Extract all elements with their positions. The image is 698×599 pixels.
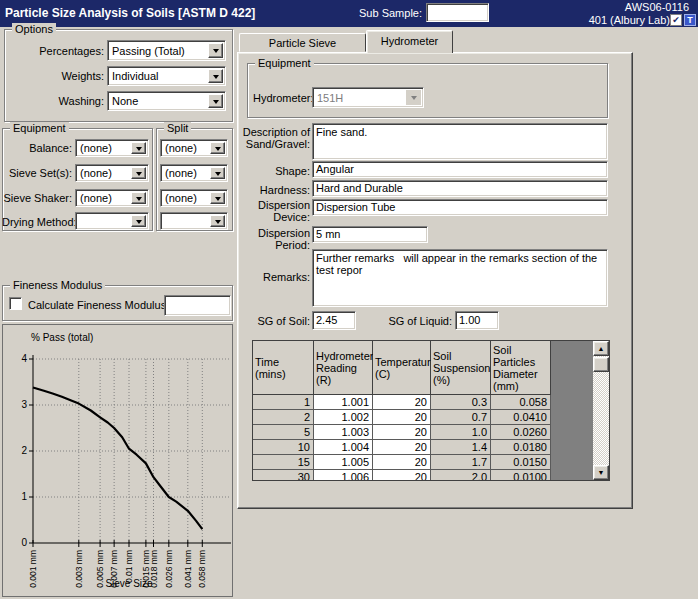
- dispersion-device-field[interactable]: Dispersion Tube: [312, 199, 608, 216]
- scroll-up-icon[interactable]: ▲: [593, 341, 609, 356]
- remarks-label: Remarks:: [238, 271, 310, 283]
- sieve-sets-combo[interactable]: (none): [75, 164, 149, 182]
- sieve-shaker-split-combo[interactable]: (none): [160, 189, 228, 207]
- sg-soil-field[interactable]: 2.45: [312, 311, 356, 330]
- tab-particle-sieve-distribution[interactable]: Particle Sieve Distribution: [239, 33, 366, 52]
- column-header: Temperature (C): [373, 341, 431, 395]
- scrollbar-thumb[interactable]: [593, 357, 609, 372]
- table-cell: 5: [253, 425, 314, 440]
- washing-combo[interactable]: None: [107, 91, 226, 111]
- table-cell[interactable]: 20: [373, 455, 431, 470]
- table-cell: 30: [253, 470, 314, 481]
- dispersion-period-label: Dispersion Period:: [238, 227, 310, 251]
- sieve-sets-label: Sieve Set(s):: [2, 167, 72, 179]
- dropdown-arrow-icon: [406, 90, 421, 105]
- table-cell: 0.0150: [491, 455, 551, 470]
- washing-value: None: [112, 95, 138, 107]
- sg-soil-label: SG of Soil:: [238, 315, 310, 327]
- hydrometer-combo[interactable]: 151H: [312, 87, 424, 108]
- sieve-shaker-combo[interactable]: (none): [75, 189, 149, 207]
- svg-text:4: 4: [21, 353, 27, 364]
- table-row: 101.004201.40.0180: [253, 440, 609, 455]
- column-header: Hydrometer Reading (R): [314, 341, 373, 395]
- table-cell: 1.0: [431, 425, 491, 440]
- table-cell[interactable]: 20: [373, 410, 431, 425]
- table-cell[interactable]: 1.003: [314, 425, 373, 440]
- dropdown-arrow-icon[interactable]: [208, 43, 223, 58]
- table-cell[interactable]: 1.004: [314, 440, 373, 455]
- sub-sample-input[interactable]: [426, 3, 489, 22]
- hydrometer-label: Hydrometer:: [253, 92, 314, 104]
- sample-id: AWS06-0116: [625, 1, 689, 13]
- text-tool-icon[interactable]: T: [684, 14, 696, 26]
- dropdown-arrow-icon[interactable]: [208, 69, 223, 83]
- dropdown-arrow-icon[interactable]: [131, 142, 146, 154]
- weights-combo[interactable]: Individual: [107, 66, 226, 86]
- dropdown-arrow-icon[interactable]: [131, 192, 146, 204]
- hardness-label: Hardness:: [238, 184, 310, 196]
- sg-liquid-field[interactable]: 1.00: [455, 311, 499, 330]
- hydro-table-rows: 11.001200.30.05821.002200.70.041051.0032…: [253, 395, 609, 481]
- table-cell[interactable]: 1.001: [314, 395, 373, 410]
- equipment-group-label: Equipment: [10, 122, 69, 135]
- hydrometer-readings-table: Time (mins)Hydrometer Reading (R)Tempera…: [252, 340, 610, 481]
- dropdown-arrow-icon[interactable]: [131, 215, 146, 227]
- dropdown-arrow-icon[interactable]: [208, 94, 223, 108]
- svg-text:1: 1: [21, 491, 27, 502]
- table-cell[interactable]: 20: [373, 440, 431, 455]
- hydro-equipment-group: Equipment: [247, 63, 608, 118]
- hydrometer-value: 151H: [317, 92, 343, 104]
- dispersion-device-label: Dispersion Device:: [238, 199, 310, 223]
- table-row: 151.005201.70.0150: [253, 455, 609, 470]
- drying-method-combo[interactable]: [75, 212, 149, 230]
- table-cell: 0.7: [431, 410, 491, 425]
- table-scrollbar[interactable]: ▲ ▼: [593, 341, 609, 480]
- table-cell[interactable]: 20: [373, 395, 431, 410]
- checkmark-icon[interactable]: ✔: [670, 14, 682, 26]
- percentages-combo[interactable]: Passing (Total): [107, 40, 226, 61]
- table-cell: 0.058: [491, 395, 551, 410]
- dropdown-arrow-icon[interactable]: [210, 192, 225, 204]
- dropdown-arrow-icon[interactable]: [131, 167, 146, 179]
- dropdown-arrow-icon[interactable]: [210, 142, 225, 154]
- table-cell[interactable]: 1.002: [314, 410, 373, 425]
- options-group-label: Options: [12, 23, 56, 36]
- dropdown-arrow-icon[interactable]: [210, 215, 225, 227]
- dispersion-period-field[interactable]: 5 mn: [312, 226, 428, 243]
- sieve-shaker-value: (none): [80, 192, 112, 204]
- balance-split-combo[interactable]: (none): [160, 139, 228, 157]
- column-header: Soil Particles Diameter (mm): [491, 341, 551, 395]
- sieve-shaker-label: Sieve Shaker:: [2, 192, 72, 204]
- lab-name: 401 (Albury Lab): [589, 14, 670, 26]
- tab-hydrometer[interactable]: Hydrometer: [366, 30, 453, 53]
- dropdown-arrow-icon[interactable]: [210, 167, 225, 179]
- drying-method-split-combo[interactable]: [160, 212, 228, 230]
- drying-method-label: Drying Method:: [2, 216, 72, 228]
- table-cell: 10: [253, 440, 314, 455]
- table-cell[interactable]: 20: [373, 470, 431, 481]
- shape-field[interactable]: Angular: [312, 161, 608, 178]
- table-row: 301.006202.00.0100: [253, 470, 609, 481]
- balance-combo[interactable]: (none): [75, 139, 149, 157]
- table-cell: 0.0410: [491, 410, 551, 425]
- shape-label: Shape:: [238, 165, 310, 177]
- table-cell[interactable]: 20: [373, 425, 431, 440]
- table-cell[interactable]: 1.006: [314, 470, 373, 481]
- balance-split-value: (none): [165, 142, 197, 154]
- description-label: Description of Sand/Gravel:: [238, 126, 310, 150]
- calculate-fineness-checkbox[interactable]: [9, 297, 22, 310]
- svg-text:Sieve Size: Sieve Size: [105, 578, 153, 589]
- table-row: 51.003201.00.0260: [253, 425, 609, 440]
- scroll-down-icon[interactable]: ▼: [593, 465, 609, 480]
- balance-value: (none): [80, 142, 112, 154]
- svg-text:% Pass (total): % Pass (total): [31, 332, 93, 343]
- remarks-field[interactable]: Further remarks will appear in the remar…: [312, 249, 608, 307]
- weights-value: Individual: [112, 70, 158, 82]
- table-cell[interactable]: 1.005: [314, 455, 373, 470]
- description-field[interactable]: Fine sand.: [312, 123, 608, 160]
- svg-text:0.058 mm: 0.058 mm: [197, 550, 207, 588]
- table-cell: 2: [253, 410, 314, 425]
- hardness-field[interactable]: Hard and Durable: [312, 180, 608, 197]
- fineness-value-field[interactable]: [164, 295, 231, 316]
- sieve-sets-split-combo[interactable]: (none): [160, 164, 228, 182]
